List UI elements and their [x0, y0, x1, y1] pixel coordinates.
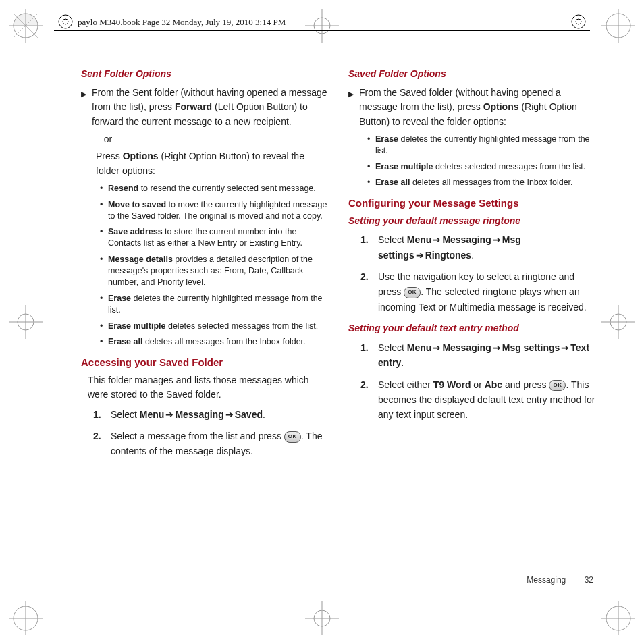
- step-number: 2.: [360, 377, 369, 392]
- page-footer: Messaging 32: [527, 575, 593, 585]
- text: .: [401, 357, 404, 368]
- heading-sent-folder-options: Sent Folder Options: [81, 67, 329, 82]
- text-bold: Msg settings: [502, 342, 560, 353]
- text-bold: Message details: [108, 254, 173, 264]
- list-item: Message details provides a detailed desc…: [100, 254, 329, 288]
- crop-mark-icon: [598, 5, 639, 46]
- text: Select either: [378, 379, 433, 390]
- footer-section: Messaging: [527, 575, 566, 585]
- text-bold: Abc: [485, 379, 502, 390]
- text: or: [471, 379, 484, 390]
- sent-alt: Press Options (Right Option Button) to r…: [96, 149, 329, 178]
- text: to resend the currently selected sent me…: [138, 184, 316, 193]
- text: Select a message from the list and press: [111, 431, 284, 441]
- ok-key-icon: OK: [284, 431, 301, 443]
- ok-key-icon: OK: [404, 287, 421, 298]
- text-bold: Resend: [108, 184, 138, 193]
- arrow-icon: ➔: [493, 234, 501, 245]
- text-bold: Messaging: [175, 409, 223, 420]
- text: and press: [502, 379, 549, 390]
- ok-key-icon: OK: [549, 380, 566, 392]
- list-item: Move to saved to move the currently high…: [100, 199, 329, 222]
- text: deletes selected messages from the list.: [165, 321, 318, 331]
- list-item: Erase multiple deletes selected messages…: [367, 161, 597, 173]
- list-item: 1. Select Menu➔Messaging➔Saved.: [93, 407, 329, 422]
- access-steps: 1. Select Menu➔Messaging➔Saved. 2. Selec…: [81, 407, 329, 459]
- list-item: Erase deletes the currently highlighted …: [367, 134, 597, 157]
- text-bold: Erase multiple: [108, 321, 165, 331]
- text-bold: Messaging: [442, 342, 491, 353]
- svg-point-28: [572, 15, 585, 28]
- list-item: 1. Select Menu➔Messaging➔Msg settings➔Ri…: [360, 232, 597, 263]
- text-bold: Save address: [108, 227, 163, 236]
- step-number: 2.: [360, 269, 369, 284]
- text-bold: T9 Word: [433, 379, 471, 390]
- crop-mark-icon: [598, 302, 639, 342]
- crop-mark-icon: [5, 5, 46, 46]
- heading-saved-folder-options: Saved Folder Options: [348, 67, 597, 82]
- step-number: 1.: [360, 340, 369, 355]
- text: deletes all messages from the Inbox fold…: [142, 337, 305, 346]
- header-rule: [54, 30, 590, 31]
- text-bold: Menu: [140, 409, 165, 420]
- access-intro: This folder manages and lists those mess…: [88, 373, 329, 402]
- list-item: Erase all deletes all messages from the …: [100, 336, 329, 348]
- heading-config-settings: Configuring your Message Settings: [348, 195, 597, 211]
- header-ornament-icon: [57, 14, 74, 32]
- page-body: Sent Folder Options ▶ From the Sent fold…: [81, 64, 597, 580]
- step-number: 1.: [360, 232, 369, 247]
- text-bold: Move to saved: [108, 200, 166, 209]
- text: deletes the currently highlighted messag…: [375, 134, 590, 155]
- heading-text-entry: Setting your default text entry method: [348, 321, 597, 336]
- sent-options-list: Resend to resend the currently selected …: [100, 183, 329, 348]
- text: deletes the currently highlighted messag…: [108, 294, 323, 315]
- text-bold: Erase all: [375, 178, 410, 187]
- arrow-icon: ➔: [416, 250, 424, 261]
- crop-mark-icon: [302, 598, 342, 639]
- text: Select: [378, 342, 407, 353]
- column-right: Saved Folder Options ▶ From the Saved fo…: [348, 64, 597, 580]
- list-arrow-icon: ▶: [81, 88, 86, 100]
- text: Select: [111, 409, 140, 420]
- text: .: [263, 409, 265, 420]
- crop-mark-icon: [598, 598, 639, 639]
- svg-point-27: [63, 19, 68, 24]
- text: .: [471, 250, 474, 261]
- list-item: Save address to store the current number…: [100, 226, 329, 249]
- text-bold: Ringtones: [425, 250, 471, 261]
- text: deletes selected messages from the list.: [433, 162, 585, 171]
- text: deletes all messages from the Inbox fold…: [410, 178, 572, 187]
- text-bold: Messaging: [442, 234, 491, 245]
- column-left: Sent Folder Options ▶ From the Sent fold…: [81, 64, 329, 580]
- svg-point-26: [59, 15, 72, 28]
- ringtone-steps: 1. Select Menu➔Messaging➔Msg settings➔Ri…: [348, 232, 597, 315]
- sent-intro: ▶ From the Sent folder (without having o…: [81, 86, 329, 130]
- list-item: Erase deletes the currently highlighted …: [100, 293, 329, 316]
- or-divider: – or –: [96, 132, 329, 147]
- text-bold: Saved: [235, 409, 263, 420]
- step-number: 1.: [93, 407, 101, 422]
- text-bold: Erase multiple: [375, 162, 433, 171]
- text-bold: Menu: [407, 342, 432, 353]
- arrow-icon: ➔: [561, 342, 569, 353]
- saved-options-list: Erase deletes the currently highlighted …: [367, 134, 597, 189]
- textentry-steps: 1. Select Menu➔Messaging➔Msg settings➔Te…: [348, 340, 597, 423]
- list-item: Erase all deletes all messages from the …: [367, 177, 597, 188]
- svg-point-29: [576, 19, 581, 24]
- list-item: 2. Select a message from the list and pr…: [93, 429, 329, 459]
- crop-mark-icon: [302, 5, 342, 46]
- footer-page-number: 32: [585, 575, 593, 585]
- step-number: 2.: [93, 429, 101, 444]
- crop-mark-icon: [5, 302, 46, 342]
- text-bold: Erase: [108, 294, 131, 303]
- list-item: 1. Select Menu➔Messaging➔Msg settings➔Te…: [360, 340, 597, 371]
- text-bold: Options: [123, 151, 159, 161]
- arrow-icon: ➔: [493, 342, 501, 353]
- header-ornament-icon: [570, 14, 587, 32]
- text-bold: Menu: [407, 234, 432, 245]
- arrow-icon: ➔: [433, 342, 441, 353]
- text: Press: [96, 151, 123, 161]
- page-header: paylo M340.book Page 32 Monday, July 19,…: [78, 17, 286, 28]
- text-bold: Erase: [375, 134, 398, 144]
- arrow-icon: ➔: [165, 409, 173, 420]
